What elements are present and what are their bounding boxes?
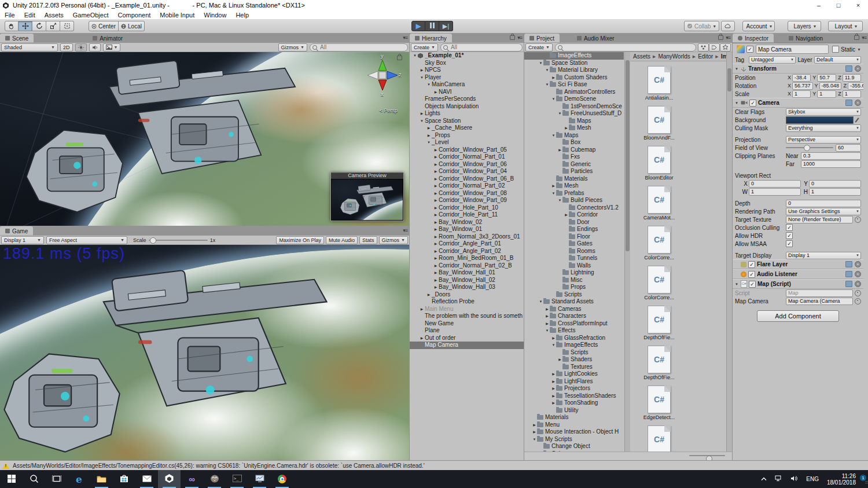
tab-audio-mixer[interactable]: Audio Mixer xyxy=(572,34,620,43)
script-object-field[interactable]: Map xyxy=(786,289,853,297)
project-folder-item[interactable]: Rooms xyxy=(524,248,624,255)
project-folder-item[interactable]: ImageEffects xyxy=(524,52,624,60)
docs-icon[interactable] xyxy=(845,261,852,267)
draw-mode-dropdown[interactable]: Shaded▼ xyxy=(1,43,58,52)
hierarchy-item[interactable]: New Game xyxy=(410,320,524,328)
project-folder-item[interactable]: 1stPersonDemoSce xyxy=(524,103,624,111)
project-folder-item[interactable]: ▶Mesh xyxy=(524,182,624,190)
rendering-path-dropdown[interactable]: Use Graphics Settings▼ xyxy=(786,208,861,215)
gameobject-name-field[interactable]: Map Camera xyxy=(756,45,829,54)
add-component-button[interactable]: Add Component xyxy=(757,310,839,322)
gear-icon[interactable] xyxy=(855,65,861,72)
asset-item[interactable]: C#NoiseAndG... xyxy=(638,425,680,452)
map-camera-object-field[interactable]: Map Camera (Camera xyxy=(786,298,853,305)
game-maximize-on-play-button[interactable]: Maximize On Play xyxy=(276,236,324,244)
project-folder-item[interactable]: ▶Cubemap xyxy=(524,146,624,154)
asset-item[interactable]: C#BloomAndF... xyxy=(638,106,680,141)
taskbar-monitor-app-button[interactable] xyxy=(248,470,271,488)
map-script-component-header[interactable]: ▼ C# ✓ Map (Script) xyxy=(733,279,863,289)
asset-item[interactable]: C#DepthOfFie... xyxy=(638,306,680,340)
taskbar-edge-button[interactable]: e xyxy=(68,470,90,488)
depth-field[interactable]: 0 xyxy=(786,200,861,207)
static-dropdown-icon[interactable]: ▼ xyxy=(857,47,861,52)
project-folder-item[interactable]: ▼Build Pieces xyxy=(524,197,624,204)
layer-dropdown[interactable]: Default▼ xyxy=(814,56,861,64)
breadcrumb-item[interactable]: Editor xyxy=(698,53,713,60)
taskbar-chrome-button[interactable] xyxy=(271,470,293,488)
project-folder-item[interactable]: ▼ImageEffects xyxy=(524,342,624,349)
pause-button[interactable] xyxy=(425,21,439,31)
hierarchy-item[interactable]: ▶_Cache_Misere xyxy=(410,124,524,132)
project-folder-item[interactable]: ▼Prefabs xyxy=(524,190,624,197)
menu-edit[interactable]: Edit xyxy=(20,12,40,19)
project-folder-item[interactable]: Fxs xyxy=(524,153,624,161)
hierarchy-item[interactable]: ▶Corridor_Window_Part_09 xyxy=(410,197,524,204)
menu-help[interactable]: Help xyxy=(231,12,253,19)
hierarchy-item[interactable]: ▶Bay_Window_01 xyxy=(410,226,524,233)
project-create-button[interactable]: Create▼ xyxy=(525,43,553,52)
project-folder-item[interactable]: ▶Projectors xyxy=(524,385,624,392)
culling-mask-dropdown[interactable]: Everything▼ xyxy=(786,124,861,132)
hierarchy-item[interactable]: ▶Lights xyxy=(410,110,524,118)
hierarchy-item[interactable]: ▶_Doors xyxy=(410,291,524,299)
pivot-center-button[interactable]: Center xyxy=(89,21,119,31)
scene-pane-menu-icon[interactable]: ▾≡ xyxy=(403,35,407,41)
step-button[interactable]: ▶| xyxy=(439,21,453,31)
taskbar-mail-button[interactable] xyxy=(135,470,158,488)
transform-rotation-x-field[interactable]: 56.737 xyxy=(792,82,813,90)
project-folder-item[interactable]: Endings xyxy=(524,226,624,233)
object-picker-icon[interactable] xyxy=(855,298,861,304)
hierarchy-item[interactable]: ▶Corridor_Normal_Part_02 xyxy=(410,182,524,190)
project-folder-item[interactable]: ▼DemoScene xyxy=(524,96,624,103)
project-folder-item[interactable]: Door xyxy=(524,219,624,226)
project-folder-item[interactable]: ▶GlassRefraction xyxy=(524,335,624,342)
play-button[interactable]: ▶ xyxy=(411,21,425,31)
tab-scene[interactable]: Scene xyxy=(0,34,34,43)
taskbar-search-button[interactable] xyxy=(23,470,45,488)
hierarchy-item[interactable]: The problem with the sound is someth xyxy=(410,313,524,320)
2d-toggle-button[interactable]: 2D xyxy=(60,43,73,52)
asset-zoom-slider[interactable] xyxy=(689,455,725,456)
menu-gameobject[interactable]: GameObject xyxy=(68,12,113,19)
hierarchy-item[interactable]: ▶NAVI xyxy=(410,89,524,96)
project-folder-item[interactable]: Change Object xyxy=(524,443,624,450)
project-folder-item[interactable]: Utility xyxy=(524,407,624,414)
game-viewport[interactable]: 189.1 ms (5 fps) xyxy=(0,245,409,460)
menu-mobile-input[interactable]: Mobile Input xyxy=(155,12,199,19)
network-icon[interactable] xyxy=(775,475,782,483)
project-folder-item[interactable]: ▼FreeUnusedStuff_D xyxy=(524,110,624,118)
viewport-rect-x-field[interactable]: 0 xyxy=(749,180,801,188)
target-display-dropdown[interactable]: Display 1▼ xyxy=(786,252,861,259)
project-folder-item[interactable]: Gates xyxy=(524,240,624,248)
account-dropdown[interactable]: Account▼ xyxy=(742,21,775,31)
audio-listener-component-header[interactable]: ▼ ✓ Audio Listener xyxy=(733,269,863,279)
viewport-rect-h-field[interactable]: 1 xyxy=(809,188,861,196)
audio-toggle-icon[interactable] xyxy=(89,43,101,52)
display-dropdown[interactable]: Display 1▼ xyxy=(1,236,44,244)
project-folder-item[interactable]: ▶Mouse Interaction - Object H xyxy=(524,428,624,436)
speaker-icon[interactable] xyxy=(790,475,798,483)
transform-rotation-y-field[interactable]: -85.048 xyxy=(819,82,842,90)
lock-icon[interactable] xyxy=(718,35,723,40)
viewport-rect-w-field[interactable]: 1 xyxy=(749,188,801,196)
project-folder-item[interactable]: Textures xyxy=(524,364,624,371)
hierarchy-item[interactable]: ▶Bay_Window_02 xyxy=(410,219,524,226)
rect-tool-button[interactable] xyxy=(60,21,74,31)
project-folder-item[interactable]: Particles xyxy=(524,168,624,175)
hierarchy-item[interactable]: ▶Room_Mini_BedRoom_01_B xyxy=(410,255,524,262)
eyedropper-icon[interactable] xyxy=(855,117,861,123)
flare-layer-component-header[interactable]: ▼ ✓ Flare Layer xyxy=(733,259,863,269)
field-of-view-slider[interactable] xyxy=(786,147,833,148)
project-folder-item[interactable]: ▼Maps xyxy=(524,132,624,140)
background-color-swatch[interactable] xyxy=(786,116,854,124)
hierarchy-pane-menu-icon[interactable]: ▾≡ xyxy=(517,35,522,41)
transform-position-y-field[interactable]: 50.7 xyxy=(817,74,836,82)
maximize-button[interactable]: □ xyxy=(829,0,848,10)
object-picker-icon[interactable] xyxy=(855,217,861,223)
hierarchy-item[interactable]: ▼_Example_01* xyxy=(410,52,524,60)
language-indicator[interactable]: ENG xyxy=(806,476,819,482)
camera-enabled-checkbox[interactable]: ✓ xyxy=(749,100,756,107)
hierarchy-item[interactable]: ▶Corridor_Normal_Part_01 xyxy=(410,153,524,161)
hierarchy-item[interactable]: ▶Corridor_Window_Part_04 xyxy=(410,168,524,175)
project-folder-item[interactable]: Lightning xyxy=(524,269,624,277)
